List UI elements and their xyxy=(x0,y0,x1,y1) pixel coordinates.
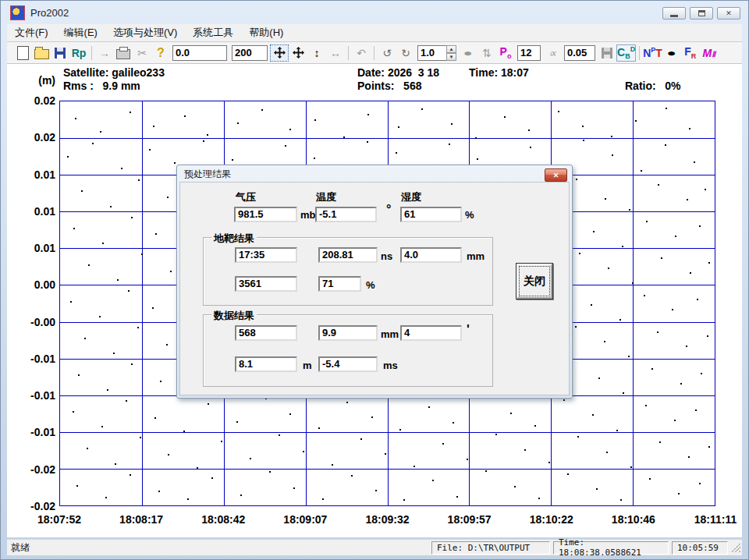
menu-bar: 文件(F) 编辑(E) 选项与处理(V) 系统工具 帮助(H) xyxy=(7,24,742,42)
scatter-point xyxy=(604,341,605,342)
undo-icon: ↶ xyxy=(357,47,366,59)
target-delay-field[interactable]: 208.81 xyxy=(318,247,378,263)
new-file-button[interactable] xyxy=(13,44,32,62)
scatter-point xyxy=(303,451,304,452)
save-disabled-button[interactable] xyxy=(598,44,616,62)
data-range-field[interactable]: 8.1 xyxy=(235,356,297,372)
scatter-point xyxy=(367,141,368,143)
scatter-point xyxy=(451,123,453,125)
rp-button[interactable]: Rp xyxy=(69,44,88,62)
menu-system-tools[interactable]: 系统工具 xyxy=(185,23,241,42)
close-icon: ✕ xyxy=(726,9,732,17)
forward-button[interactable]: → xyxy=(95,44,114,62)
save-button[interactable] xyxy=(51,44,69,62)
scatter-point xyxy=(707,335,708,337)
scatter-point xyxy=(102,243,104,244)
move-icon xyxy=(293,47,304,58)
scatter-point xyxy=(131,363,133,365)
scatter-point xyxy=(73,228,75,229)
data-offset-field[interactable]: -5.4 xyxy=(318,356,378,372)
x-tick-label: 18:08:17 xyxy=(119,513,163,526)
y-tick-label: 0.01 xyxy=(7,205,55,218)
scatter-point xyxy=(583,140,584,141)
target-count-field[interactable]: 3561 xyxy=(235,276,297,292)
scatter-point xyxy=(130,112,131,113)
minimize-button[interactable] xyxy=(662,7,686,19)
spinner-down-icon[interactable]: ▼ xyxy=(446,53,456,61)
move-button[interactable] xyxy=(289,44,307,62)
mii-button[interactable]: MⅡ xyxy=(700,44,719,62)
target-ratio-field[interactable]: 71 xyxy=(318,276,361,292)
scatter-point xyxy=(695,409,697,411)
menu-edit[interactable]: 编辑(E) xyxy=(56,23,105,42)
rms-label: Rms : 9.9 mm xyxy=(63,80,140,92)
satellite-label: Satellite: galileo233 xyxy=(63,66,165,79)
close-button[interactable]: ✕ xyxy=(717,7,740,19)
move-all-button[interactable] xyxy=(270,44,289,62)
rotate-left-button[interactable]: ↺ xyxy=(378,44,396,62)
interval-input[interactable] xyxy=(564,45,595,61)
restore-button[interactable] xyxy=(690,7,713,19)
scatter-point xyxy=(261,109,263,111)
temperature-field[interactable]: -5.1 xyxy=(315,207,377,222)
save-disabled-icon xyxy=(602,48,612,58)
print-button[interactable] xyxy=(114,44,133,62)
ellipse-tool-button[interactable]: ● xyxy=(459,44,477,62)
scatter-point xyxy=(375,490,377,491)
pressure-field[interactable]: 981.5 xyxy=(234,207,297,222)
p0-button[interactable]: Po xyxy=(496,44,515,62)
undo-button[interactable]: ↶ xyxy=(352,44,371,62)
scatter-point xyxy=(237,122,239,124)
toolbar-separator xyxy=(639,46,640,60)
scale-spinner[interactable]: ▲ ▼ xyxy=(446,45,456,61)
scale-input[interactable] xyxy=(417,45,449,61)
data-angle-unit: ' xyxy=(467,323,470,337)
offset-input[interactable] xyxy=(172,45,227,61)
size-input[interactable] xyxy=(517,45,541,61)
rp-icon: Rp xyxy=(72,47,87,59)
menu-help[interactable]: 帮助(H) xyxy=(241,23,291,42)
scatter-point xyxy=(232,159,233,161)
scatter-point xyxy=(619,319,621,321)
data-rms-field[interactable]: 9.9 xyxy=(318,325,378,341)
menu-file[interactable]: 文件(F) xyxy=(7,23,56,42)
scatter-point xyxy=(170,271,172,272)
status-time: Time: 18:08:38.0588621 xyxy=(553,541,669,555)
dot-button[interactable]: ● xyxy=(662,44,681,62)
x-tick-label: 18:09:57 xyxy=(448,513,492,526)
cbd-button[interactable]: CBD xyxy=(616,44,636,62)
resize-grip[interactable] xyxy=(731,543,740,552)
humidity-field[interactable]: 61 xyxy=(400,207,462,222)
data-angle-field[interactable]: 4 xyxy=(400,325,462,341)
menu-options-processing[interactable]: 选项与处理(V) xyxy=(105,23,185,42)
target-time-field[interactable]: 17:35 xyxy=(235,247,297,263)
npt-button[interactable]: NPT xyxy=(643,44,662,62)
y-tick-label: 0.02 xyxy=(7,131,55,144)
scatter-point xyxy=(289,129,291,130)
horizontal-scale-button[interactable]: ↔ xyxy=(326,44,345,62)
scatter-point xyxy=(152,307,154,309)
points-input[interactable] xyxy=(232,45,268,61)
scatter-point xyxy=(495,434,497,435)
client-area: Satellite: galileo233 Date: 2026 3 18 Ti… xyxy=(7,64,742,537)
scatter-point xyxy=(672,309,673,310)
scatter-point xyxy=(385,453,386,455)
spinner-up-icon[interactable]: ▲ xyxy=(446,45,456,53)
cut-button[interactable]: ✂ xyxy=(133,44,151,62)
updown-button[interactable]: ⇅ xyxy=(477,44,496,62)
scatter-point xyxy=(269,471,271,473)
help-button[interactable]: ? xyxy=(151,44,170,62)
data-count-field[interactable]: 568 xyxy=(235,325,297,341)
open-file-button[interactable] xyxy=(32,44,51,62)
scatter-point xyxy=(629,209,630,211)
target-rms-field[interactable]: 4.0 xyxy=(400,247,462,263)
dialog-close-button[interactable]: ✕ xyxy=(545,168,567,182)
open-folder-icon xyxy=(34,49,49,59)
dialog-close-action-button[interactable]: 关闭 xyxy=(516,263,553,299)
fr-button[interactable]: FR xyxy=(681,44,700,62)
scatter-point xyxy=(582,126,584,127)
vertical-scale-button[interactable]: ↕ xyxy=(307,44,326,62)
proportional-button[interactable]: ∝ xyxy=(543,44,562,62)
rotate-right-button[interactable]: ↻ xyxy=(396,44,415,62)
status-file: File: D:\TR\OUTPUT xyxy=(431,541,550,555)
